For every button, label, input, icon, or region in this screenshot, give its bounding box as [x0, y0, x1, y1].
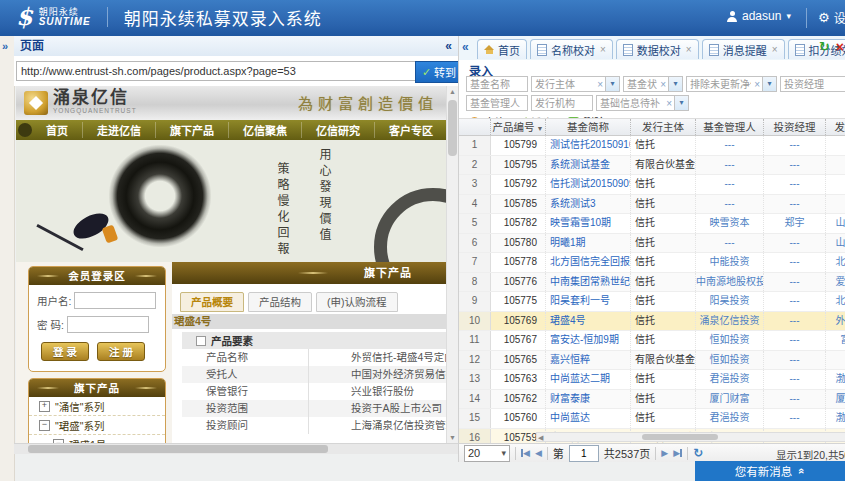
table-row[interactable]: 11105767富安达-恒加9期信托恒如投资---富安达: [459, 331, 845, 351]
site-nav-item[interactable]: 走进亿信: [83, 122, 156, 138]
grid-cell-im[interactable]: ---: [764, 175, 826, 194]
table-row[interactable]: 8105776中南集团常熟世纪确域信托中南源地股权投资---爱建信托: [459, 273, 845, 293]
product-tab[interactable]: 产品结构: [248, 292, 312, 312]
table-row[interactable]: 15105760中尚蓝达信托君浥投资---渤海信托: [459, 409, 845, 429]
fund-name-link[interactable]: 中尚蓝达: [546, 409, 631, 428]
url-input[interactable]: [16, 61, 418, 81]
grid-cell-im[interactable]: ---: [764, 234, 826, 253]
settings-button[interactable]: ⚙ 设置: [818, 9, 845, 26]
grid-cell-manager[interactable]: 君浥投资: [696, 409, 764, 428]
grid-cell-agency[interactable]: ---: [826, 175, 845, 194]
grid-cell-im[interactable]: ---: [764, 370, 826, 389]
table-row[interactable]: 2105795系统测试基金有限合伙基金------瑞银: [459, 156, 845, 176]
table-row[interactable]: 13105763中尚蓝达二期信托君浥投资---渤海信托: [459, 370, 845, 390]
column-header-issuer[interactable]: 发行主体: [631, 119, 696, 137]
grid-cell-agency[interactable]: 爱建信托: [826, 273, 845, 292]
filter-combo[interactable]: ×▾: [531, 76, 620, 92]
workspace-tab[interactable]: 数据校对×: [616, 39, 699, 59]
fund-name-link[interactable]: 嘉兴恒粹: [546, 351, 631, 370]
table-row[interactable]: 5105782映雪霜雪10期信托映雪资本郑宇山东信托: [459, 214, 845, 234]
collapse-left-icon[interactable]: «: [445, 36, 452, 56]
grid-cell-agency[interactable]: 北方信托: [826, 292, 845, 311]
grid-cell-agency[interactable]: 中融: [826, 195, 845, 214]
grid-cell-agency[interactable]: 山东信托: [826, 214, 845, 233]
product-tab[interactable]: 产品概要: [180, 292, 244, 312]
scrollbar-thumb[interactable]: [448, 100, 457, 156]
tree-item[interactable]: −"珺盛"系列: [29, 416, 165, 435]
grid-cell-agency[interactable]: 山东信托: [826, 234, 845, 253]
clear-icon[interactable]: ×: [660, 79, 666, 90]
grid-cell-agency[interactable]: 厦门信托: [826, 390, 845, 409]
filter-input[interactable]: [466, 76, 528, 92]
first-page-button[interactable]: ◀: [521, 448, 530, 458]
grid-cell-manager[interactable]: ---: [696, 234, 764, 253]
filter-input[interactable]: [531, 95, 593, 111]
product-tab[interactable]: (申)认购流程: [316, 292, 398, 312]
scroll-down-icon[interactable]: ▼: [447, 434, 458, 441]
fund-name-link[interactable]: 测试信托20150910: [546, 136, 631, 155]
fund-name-link[interactable]: 中尚蓝达二期: [546, 370, 631, 389]
tab-close-icon[interactable]: ×: [686, 44, 692, 55]
close-tab-icon[interactable]: ×: [836, 40, 844, 54]
page-size-select[interactable]: 20 ▾: [464, 445, 510, 462]
grid-cell-manager[interactable]: 涌泉亿信投资: [696, 312, 764, 331]
grid-cell-im[interactable]: ---: [764, 390, 826, 409]
checkbox-icon[interactable]: [196, 336, 206, 346]
table-row[interactable]: 14105762财富泰康信托厦门财富---厦门信托: [459, 390, 845, 410]
page-number-input[interactable]: [569, 445, 599, 462]
refresh-grid-icon[interactable]: ↻: [693, 446, 703, 460]
grid-cell-agency[interactable]: 北方信托: [826, 253, 845, 272]
grid-cell-im[interactable]: ---: [764, 156, 826, 175]
grid-cell-agency[interactable]: ---: [826, 136, 845, 155]
browser-horizontal-scrollbar[interactable]: [14, 443, 458, 454]
login-button[interactable]: 登 录: [41, 342, 89, 361]
grid-cell-manager[interactable]: 映雪资本: [696, 214, 764, 233]
filter-combo-input[interactable]: [532, 79, 597, 90]
grid-cell-agency[interactable]: 富安达: [826, 331, 845, 350]
fund-name-link[interactable]: 系统测试基金: [546, 156, 631, 175]
tree-item[interactable]: −珺盛1号: [29, 435, 165, 443]
fund-name-link[interactable]: 明曦1期: [546, 234, 631, 253]
column-header-manager[interactable]: 基金管理人: [696, 119, 764, 137]
workspace-tab[interactable]: 消息提醒×: [702, 39, 785, 59]
site-nav-item[interactable]: 旗下产品: [156, 122, 229, 138]
site-nav-item[interactable]: 客户专区: [375, 122, 446, 138]
grid-cell-im[interactable]: ---: [764, 292, 826, 311]
filter-combo-input[interactable]: [687, 79, 754, 90]
grid-cell-im[interactable]: ---: [764, 331, 826, 350]
fund-name-link[interactable]: 北方国信完全回报: [546, 253, 631, 272]
next-page-button[interactable]: ▶: [661, 448, 668, 458]
left-collapsed-strip[interactable]: »: [0, 36, 15, 481]
filter-combo-input[interactable]: [624, 79, 660, 90]
site-nav-item[interactable]: 亿信聚焦: [229, 122, 302, 138]
refresh-tab-icon[interactable]: ↻: [819, 40, 830, 54]
grid-cell-agency[interactable]: 瑞银: [826, 156, 845, 175]
table-row[interactable]: 1105799测试信托20150910信托---------: [459, 136, 845, 156]
tree-expand-icon[interactable]: +: [39, 401, 50, 412]
grid-cell-im[interactable]: ---: [764, 253, 826, 272]
browser-vertical-scrollbar[interactable]: ▲ ▼: [446, 86, 458, 443]
grid-cell-agency[interactable]: 渤海信托: [826, 409, 845, 428]
table-row[interactable]: 3105792信托测试20150909信托---------: [459, 175, 845, 195]
column-header-code[interactable]: 产品编号▼: [491, 119, 546, 137]
scrollbar-thumb[interactable]: [28, 445, 328, 453]
workspace-tab[interactable]: 名称校对×: [530, 39, 613, 59]
workspace-tab[interactable]: 首页: [477, 39, 527, 59]
fund-name-link[interactable]: 珺盛4号: [546, 312, 631, 331]
site-nav-item[interactable]: 亿信研究: [302, 122, 375, 138]
fund-name-link[interactable]: 信托测试20150909: [546, 175, 631, 194]
user-menu[interactable]: adasun ▾: [727, 9, 791, 23]
tab-close-icon[interactable]: ×: [772, 44, 778, 55]
grid-cell-manager[interactable]: 中南源地股权投资: [696, 273, 764, 292]
last-page-button[interactable]: ▶: [673, 448, 682, 458]
table-row[interactable]: 6105780明曦1期信托------山东信托: [459, 234, 845, 254]
register-button[interactable]: 注 册: [97, 342, 145, 361]
dropdown-arrow-icon[interactable]: ▾: [762, 77, 776, 91]
grid-cell-manager[interactable]: ---: [696, 136, 764, 155]
scroll-up-icon[interactable]: ▲: [447, 88, 458, 95]
filter-combo[interactable]: ×▾: [596, 95, 689, 111]
grid-cell-im[interactable]: ---: [764, 351, 826, 370]
fund-name-link[interactable]: 财富泰康: [546, 390, 631, 409]
dropdown-arrow-icon[interactable]: ▾: [674, 96, 688, 110]
filter-combo[interactable]: ×▾: [623, 76, 683, 92]
